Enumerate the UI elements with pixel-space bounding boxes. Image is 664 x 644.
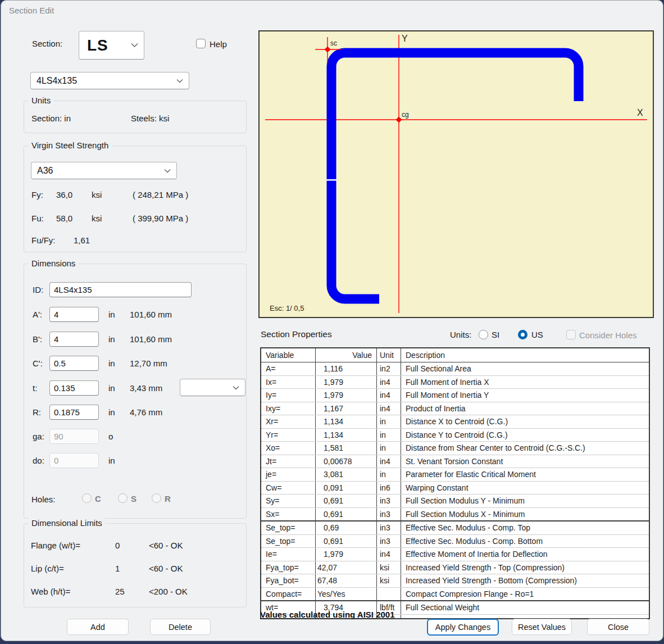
cell-description: Warping Constant [401, 482, 649, 495]
dimensions-caption: Dimensions [29, 258, 78, 268]
fu-label: Fu: [31, 214, 44, 223]
cell-unit: in4 [377, 455, 401, 468]
cell-unit: in [377, 468, 401, 481]
cell-description: Product of Inertia [401, 402, 649, 415]
dim-input-a-prime[interactable] [49, 307, 99, 322]
cell-description: Distance from Shear Center to Centroid (… [401, 442, 649, 455]
holes-radio-c[interactable] [82, 493, 92, 503]
element-node-marker [326, 179, 336, 181]
dim-input-b-prime[interactable] [49, 332, 99, 347]
limit-value: 25 [115, 587, 125, 596]
section-drawing-canvas: X Y sc cg Esc: 1/ 0,5 [258, 30, 654, 318]
cell-description: Full Sectional Weight [401, 601, 649, 614]
cell-description: Compact Compresion Flange - Ro=1 [401, 588, 649, 601]
holes-radio-r[interactable] [152, 493, 161, 503]
dim-label-c-prime: C': [33, 359, 43, 368]
section-drawing: X Y sc cg [260, 31, 653, 317]
holes-radio-s[interactable] [118, 493, 128, 503]
dim-input-t[interactable] [49, 380, 99, 396]
cell-value: 1,116 [316, 362, 377, 375]
dim-label-a-prime: A': [33, 310, 42, 319]
cell-unit: in3 [377, 508, 401, 521]
limit-label: Lip (c/t)= [31, 564, 64, 573]
fufy-value: 1,61 [74, 235, 90, 245]
limits-caption: Dimensional Limits [29, 518, 105, 528]
limit-status: <200 - OK [149, 587, 188, 596]
limit-status: <60 - OK [149, 541, 183, 550]
close-button[interactable]: Close [587, 619, 649, 635]
table-row: Cw=0,091in6Warping Constant [261, 481, 649, 495]
cell-description: Full Section Modulus X - Minimum [401, 508, 649, 521]
table-row: Yr=1,134inDistance Y to Centroid (C.G.) [261, 428, 649, 442]
dim-input-c-prime[interactable] [49, 356, 99, 371]
units-caption: Units [29, 96, 53, 105]
properties-table: Variable Value Unit Description A=1,116i… [260, 347, 650, 619]
dimension-row-ga: ga:o [24, 429, 246, 446]
add-button[interactable]: Add [67, 619, 129, 635]
cell-value: 3,081 [316, 468, 377, 481]
cell-description: Effective Sec. Modulus - Comp. Bottom [401, 535, 649, 548]
scale-label: Esc: 1/ 0,5 [270, 304, 304, 312]
dimension-row-c-prime: C':in12,70 mm [24, 356, 246, 373]
cell-description: Increased Yield Strength - Top (Compress… [401, 561, 649, 574]
cell-variable: Yr= [261, 429, 316, 442]
id-input[interactable] [49, 282, 192, 297]
units-us-radio[interactable] [518, 330, 527, 339]
cell-variable: Xr= [261, 415, 316, 428]
units-section: Section: in [31, 114, 71, 123]
dim-unit-a-prime: in [108, 310, 115, 319]
dimension-row-b-prime: B':in101,60 mm [24, 332, 246, 349]
y-axis-label: Y [402, 34, 408, 43]
cell-unit: in3 [377, 535, 401, 548]
cell-description: Parameter for Elastic Critical Moment [401, 468, 649, 481]
section-type-combobox[interactable]: LS [79, 31, 144, 60]
table-row: Sy=0,691in3Full Section Modulus Y - Mini… [261, 494, 649, 507]
header-unit: Unit [377, 348, 401, 362]
cell-value: 1,134 [316, 415, 377, 428]
t-extra-combobox[interactable] [180, 379, 245, 396]
dim-metric-a-prime: 101,60 mm [130, 310, 172, 319]
limit-row: Flange (w/t)=0<60 - OK [24, 541, 246, 554]
cell-description: Effective Moment of Inertia for Deflecti… [401, 548, 649, 561]
holes-radio-label-r: R [165, 494, 171, 504]
steel-grade-combobox[interactable]: A36 [31, 162, 177, 179]
reset-values-button[interactable]: Reset Values [512, 619, 572, 635]
cell-variable: Ixy= [261, 402, 316, 415]
cell-value: 0,69 [316, 521, 377, 534]
consider-holes-checkbox[interactable] [566, 330, 576, 339]
units-si-radio[interactable] [479, 330, 488, 339]
cell-variable: Sx= [261, 508, 316, 521]
id-label: ID: [33, 285, 43, 294]
header-description: Description [401, 348, 649, 362]
delete-button[interactable]: Delete [150, 619, 211, 635]
dim-unit-t: in [108, 383, 115, 393]
help-checkbox[interactable] [196, 39, 206, 48]
dimension-row-do: do:in [24, 453, 246, 470]
table-row: Se_top=0,691in3Effective Sec. Modulus - … [261, 534, 649, 548]
units-steels: Steels: ksi [131, 114, 169, 123]
cell-description: Full Moment of Inertia Y [401, 389, 649, 402]
apply-changes-button[interactable]: Apply Changes [427, 619, 499, 636]
table-row: je=3,081inParameter for Elastic Critical… [261, 468, 649, 481]
table-row: Fya_bot=67,48ksiIncreased Yield Strength… [261, 574, 649, 587]
fufy-label: Fu/Fy: [31, 235, 56, 245]
cell-variable: Se_top= [261, 521, 316, 534]
steel-caption: Virgin Steel Strength [29, 140, 111, 150]
cell-value: 0,691 [316, 508, 377, 521]
dimension-row-r: R:in4,76 mm [24, 405, 246, 422]
cell-description: Full Moment of Inertia X [401, 376, 649, 389]
cell-variable: Sy= [261, 495, 316, 507]
fu-value: 58,0 [56, 214, 72, 223]
limit-row: Lip (c/t)=1<60 - OK [24, 564, 246, 577]
table-row: Fya_top=42,07ksiIncreased Yield Strength… [261, 561, 649, 574]
dim-input-r[interactable] [49, 405, 99, 420]
table-row: Iy=1,979in4Full Moment of Inertia Y [261, 388, 649, 402]
chevron-down-icon [164, 169, 171, 173]
profile-combobox[interactable]: 4LS4x135 [30, 72, 189, 89]
dim-unit-ga: o [108, 432, 113, 441]
cell-variable: Compact= [261, 588, 316, 601]
cell-variable: Fya_top= [261, 561, 316, 574]
cell-unit: ksi [377, 561, 401, 574]
fu-metric: ( 399,90 MPa ) [133, 214, 188, 223]
dimension-row-a-prime: A':in101,60 mm [24, 307, 246, 324]
